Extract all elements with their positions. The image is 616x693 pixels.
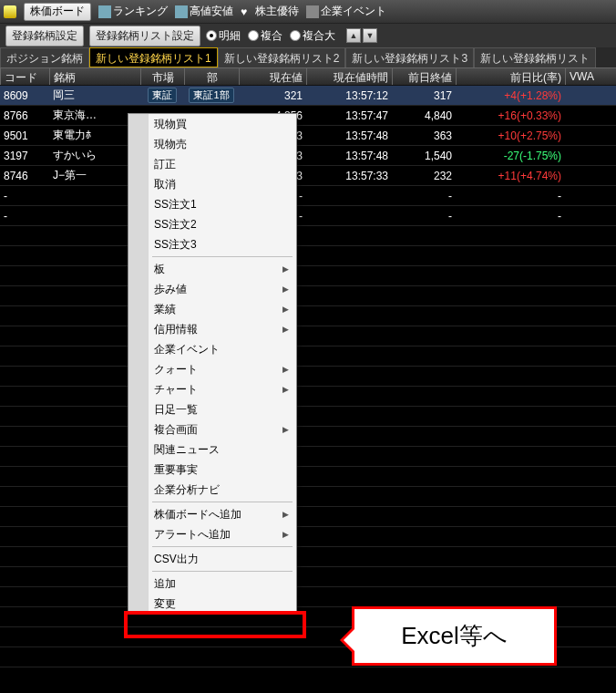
table-row[interactable]: 3197すかいら1,51313:57:481,540-27(-1.75%) bbox=[0, 146, 616, 166]
col-section[interactable]: 部 bbox=[184, 68, 239, 85]
table-row-empty bbox=[0, 226, 616, 246]
radio-compound-large[interactable]: 複合大 bbox=[290, 28, 335, 44]
list-tabs: ポジション銘柄新しい登録銘柄リスト1新しい登録銘柄リスト2新しい登録銘柄リスト3… bbox=[0, 47, 616, 67]
cell-diff: +10(+2.75%) bbox=[456, 128, 565, 144]
menu-item[interactable]: 企業イベント bbox=[128, 339, 296, 359]
menu-item[interactable]: SS注文2 bbox=[128, 214, 296, 234]
table-row-empty bbox=[0, 266, 616, 286]
menu-separator bbox=[152, 546, 293, 547]
cell-name: 岡三 bbox=[49, 86, 140, 105]
table-row-empty bbox=[0, 367, 616, 387]
cell-code: - bbox=[0, 208, 49, 224]
table-row[interactable]: ---- bbox=[0, 206, 616, 226]
cell-prev: 4,840 bbox=[392, 108, 456, 124]
highlow-icon bbox=[175, 5, 188, 18]
menu-item[interactable]: 企業分析ナビ bbox=[128, 480, 296, 500]
menu-item[interactable]: 業績 bbox=[128, 299, 296, 319]
menu-item[interactable]: SS注文3 bbox=[128, 234, 296, 254]
table-row-empty bbox=[0, 507, 616, 527]
col-code[interactable]: コード bbox=[0, 68, 49, 85]
nav-up-button[interactable]: ▲ bbox=[346, 28, 361, 43]
menu-item[interactable]: 板 bbox=[128, 259, 296, 279]
menu-item[interactable]: 信用情報 bbox=[128, 319, 296, 339]
table-row[interactable]: 8746J−第一24313:57:33232+11(+4.74%) bbox=[0, 166, 616, 186]
register-settings-button[interactable]: 登録銘柄設定 bbox=[5, 26, 84, 47]
menu-item[interactable]: 関連ニュース bbox=[128, 440, 296, 460]
toolbar-events[interactable]: 企業イベント bbox=[306, 4, 386, 19]
table-row[interactable]: 8766東京海…4,85613:57:474,840+16(+0.33%) bbox=[0, 106, 616, 126]
toolbar-highlow[interactable]: 高値安値 bbox=[175, 4, 233, 19]
menu-item[interactable]: 株価ボードへ追加 bbox=[128, 504, 296, 524]
menu-item[interactable]: アラートへ追加 bbox=[128, 524, 296, 544]
cell-name: J−第一 bbox=[49, 166, 140, 185]
menu-item[interactable]: 変更 bbox=[128, 594, 296, 614]
radio-detail[interactable]: 明細 bbox=[206, 28, 241, 44]
cell-name bbox=[49, 194, 140, 198]
menu-item[interactable]: 複合画面 bbox=[128, 419, 296, 440]
menu-item[interactable]: 重要事実 bbox=[128, 460, 296, 480]
table-row-empty bbox=[0, 387, 616, 407]
settings-bar: 登録銘柄設定 登録銘柄リスト設定 明細 複合 複合大 ▲ ▼ bbox=[0, 24, 616, 47]
col-diff[interactable]: 前日比(率) bbox=[456, 68, 565, 85]
grid-header: コード 銘柄 市場 部 現在値 現在値時間 前日終値 前日比(率) VWA bbox=[0, 67, 616, 86]
table-row-empty bbox=[0, 286, 616, 306]
tab-4[interactable]: 新しい登録銘柄リスト bbox=[474, 47, 596, 67]
menu-item[interactable]: SS注文1 bbox=[128, 194, 296, 214]
cell-diff: +11(+4.74%) bbox=[456, 168, 565, 184]
cell-diff: - bbox=[456, 188, 565, 204]
menu-item[interactable]: クォート bbox=[128, 359, 296, 379]
table-row-empty bbox=[0, 527, 616, 547]
cell-diff: +4(+1.28%) bbox=[456, 88, 565, 104]
menu-item[interactable]: チャート bbox=[128, 379, 296, 399]
cell-time: 13:57:47 bbox=[306, 108, 392, 124]
cell-code: 9501 bbox=[0, 128, 49, 144]
menu-separator bbox=[152, 502, 293, 502]
table-row-empty bbox=[0, 427, 616, 447]
menu-item[interactable]: 追加 bbox=[128, 574, 296, 594]
heart-icon: ♥ bbox=[241, 5, 253, 18]
toolbar-benefit[interactable]: ♥ 株主優待 bbox=[241, 4, 299, 19]
toolbar-ranking[interactable]: ランキング bbox=[98, 4, 168, 19]
table-row[interactable]: ---- bbox=[0, 186, 616, 206]
col-market[interactable]: 市場 bbox=[140, 68, 184, 85]
menu-item[interactable]: 訂正 bbox=[128, 154, 296, 174]
menu-item[interactable]: 日足一覧 bbox=[128, 399, 296, 419]
menu-item[interactable]: CSV出力 bbox=[128, 549, 296, 569]
tab-1[interactable]: 新しい登録銘柄リスト1 bbox=[89, 47, 218, 67]
cell-time bbox=[306, 214, 392, 218]
col-price[interactable]: 現在値 bbox=[239, 68, 306, 85]
menu-item[interactable]: 現物売 bbox=[128, 134, 296, 154]
menu-separator bbox=[152, 256, 293, 257]
cell-diff: - bbox=[456, 208, 565, 224]
excel-callout: Excel等へ bbox=[352, 606, 557, 666]
table-row-empty bbox=[0, 306, 616, 326]
menu-item[interactable]: 現物買 bbox=[128, 114, 296, 134]
tab-3[interactable]: 新しい登録銘柄リスト3 bbox=[345, 47, 474, 67]
board-button[interactable]: 株価ボード bbox=[24, 3, 91, 21]
cell-section: 東証1部 bbox=[184, 86, 239, 105]
col-time[interactable]: 現在値時間 bbox=[306, 68, 392, 85]
table-row-empty bbox=[0, 326, 616, 346]
col-prev[interactable]: 前日終値 bbox=[392, 68, 456, 85]
col-name[interactable]: 銘柄 bbox=[49, 68, 140, 85]
table-row-empty bbox=[0, 346, 616, 367]
tab-0[interactable]: ポジション銘柄 bbox=[0, 47, 89, 67]
radio-compound[interactable]: 複合 bbox=[248, 28, 282, 44]
cell-name: 東電力ﾎ bbox=[49, 126, 140, 145]
radio-label: 明細 bbox=[219, 28, 241, 44]
callout-text: Excel等へ bbox=[401, 620, 508, 652]
cell-time: 13:57:12 bbox=[306, 88, 392, 104]
nav-down-button[interactable]: ▼ bbox=[363, 28, 377, 43]
table-row-empty bbox=[0, 246, 616, 266]
menu-item[interactable]: 取消 bbox=[128, 174, 296, 194]
cell-name: 東京海… bbox=[49, 106, 140, 125]
cell-prev: 363 bbox=[392, 128, 456, 144]
context-menu: 現物買現物売訂正取消SS注文1SS注文2SS注文3板歩み値業績信用情報企業イベン… bbox=[128, 113, 297, 615]
col-vwap[interactable]: VWA bbox=[565, 68, 611, 85]
menu-item[interactable]: 歩み値 bbox=[128, 279, 296, 299]
toolbar-label: ランキング bbox=[113, 4, 168, 19]
table-row[interactable]: 8609岡三東証東証1部32113:57:12317+4(+1.28%) bbox=[0, 86, 616, 106]
tab-2[interactable]: 新しい登録銘柄リスト2 bbox=[218, 47, 346, 67]
table-row[interactable]: 9501東電力ﾎ37313:57:48363+10(+2.75%) bbox=[0, 126, 616, 146]
register-list-settings-button[interactable]: 登録銘柄リスト設定 bbox=[89, 26, 200, 47]
